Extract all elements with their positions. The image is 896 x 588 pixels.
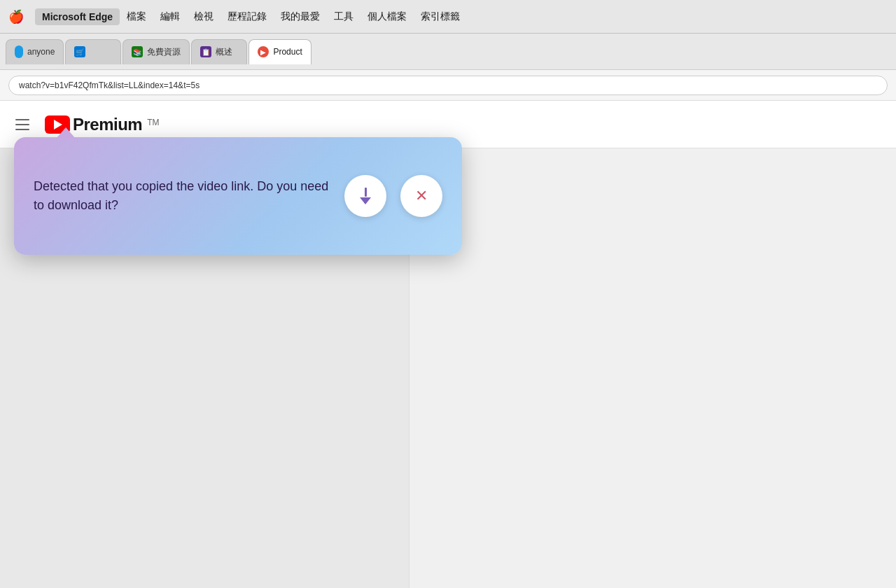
tab-icon-free: 📚	[132, 46, 143, 57]
tab-label-anyone: anyone	[27, 47, 55, 57]
menu-item-edit[interactable]: 編輯	[153, 8, 187, 26]
download-button[interactable]	[344, 175, 386, 217]
tab-product[interactable]: ▶ Product	[248, 39, 311, 64]
address-bar: watch?v=b1vF42QfmTk&list=LL&index=14&t=5…	[0, 70, 896, 101]
hamburger-line-2	[15, 124, 29, 125]
tab-anyone[interactable]: anyone	[6, 39, 64, 64]
menu-bar: 🍎 Microsoft Edge 檔案 編輯 檢視 歷程記錄 我的最愛 工具 個…	[0, 0, 896, 34]
popup-message: Detected that you copied the video link.…	[34, 177, 330, 215]
yt-trademark: TM	[147, 118, 159, 127]
arrow-shaft	[365, 188, 367, 197]
menu-item-file[interactable]: 檔案	[120, 8, 153, 26]
video-recommendations	[409, 148, 896, 588]
close-button[interactable]: ✕	[400, 175, 442, 217]
hamburger-line-3	[15, 129, 29, 130]
tabs-bar: anyone 🛒 📚 免費資源 📋 概述 ▶ Product	[0, 34, 896, 70]
tab-label-overview: 概述	[216, 46, 232, 58]
menu-item-history[interactable]: 歷程記錄	[220, 8, 274, 26]
arrow-head	[360, 197, 371, 204]
tab-icon-store: 🛒	[74, 46, 85, 57]
download-icon	[357, 188, 374, 204]
menu-item-edge[interactable]: Microsoft Edge	[35, 8, 120, 25]
tab-label-free: 免費資源	[147, 46, 181, 58]
hamburger-menu[interactable]	[11, 113, 34, 136]
tab-overview[interactable]: 📋 概述	[191, 39, 247, 64]
tab-store[interactable]: 🛒	[65, 39, 121, 64]
url-input[interactable]: watch?v=b1vF42QfmTk&list=LL&index=14&t=5…	[8, 76, 888, 95]
menu-item-view[interactable]: 檢視	[187, 8, 220, 26]
page-content: Premium TM Detected that you copied the …	[0, 101, 896, 588]
download-popup: Detected that you copied the video link.…	[14, 137, 462, 255]
menu-item-profile[interactable]: 個人檔案	[360, 8, 414, 26]
tab-icon-overview: 📋	[200, 46, 211, 57]
menu-item-favorites[interactable]: 我的最愛	[274, 8, 327, 26]
hamburger-line-1	[15, 119, 29, 120]
menu-item-tabs[interactable]: 索引標籤	[414, 8, 467, 26]
tab-label-product: Product	[273, 47, 302, 57]
tab-icon-anyone	[15, 46, 23, 58]
close-icon: ✕	[415, 188, 428, 204]
tab-free[interactable]: 📚 免費資源	[122, 39, 190, 64]
yt-premium-text: Premium	[73, 115, 142, 134]
apple-logo[interactable]: 🍎	[8, 9, 24, 24]
tab-icon-product: ▶	[258, 46, 269, 57]
menu-item-tools[interactable]: 工具	[327, 8, 360, 26]
